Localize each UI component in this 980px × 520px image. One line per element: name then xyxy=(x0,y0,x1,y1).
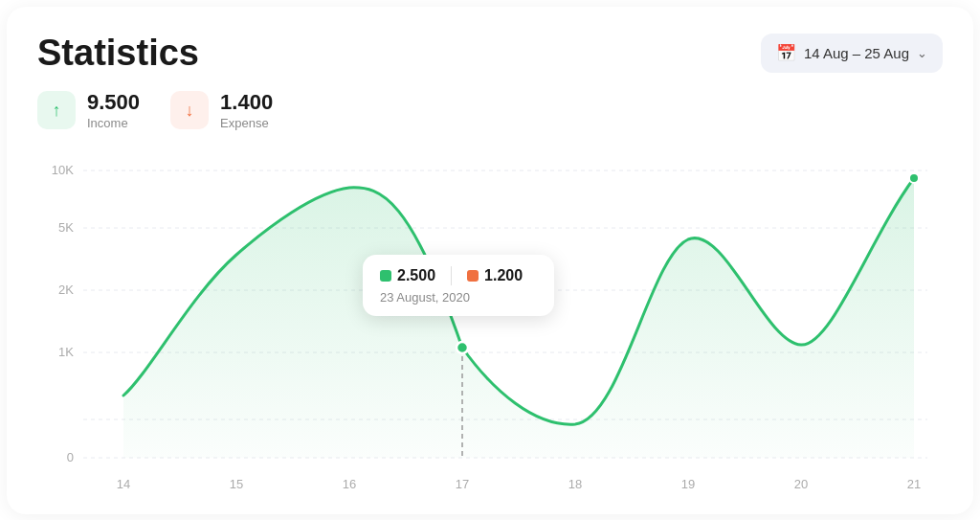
svg-text:20: 20 xyxy=(794,477,808,491)
expense-label: Expense xyxy=(220,116,273,130)
chart-area[interactable]: 10K 5K 2K 1K 0 14 15 16 17 18 19 20 21 xyxy=(37,142,943,496)
svg-point-21 xyxy=(909,173,919,183)
calendar-icon: 📅 xyxy=(776,43,796,63)
income-label: Income xyxy=(87,116,140,130)
svg-text:16: 16 xyxy=(343,477,356,491)
income-icon-wrap: ↑ xyxy=(37,91,76,129)
svg-text:1K: 1K xyxy=(58,345,74,359)
page-title: Statistics xyxy=(37,34,199,74)
expense-icon-wrap: ↓ xyxy=(170,91,209,129)
header-row: Statistics 📅 14 Aug – 25 Aug ⌄ xyxy=(37,34,943,74)
date-range-label: 14 Aug – 25 Aug xyxy=(804,45,909,61)
svg-text:21: 21 xyxy=(907,477,921,491)
svg-text:0: 0 xyxy=(67,450,74,464)
svg-text:2K: 2K xyxy=(58,283,74,297)
stats-row: ↑ 9.500 Income ↓ 1.400 Expense xyxy=(37,90,943,130)
date-range-button[interactable]: 📅 14 Aug – 25 Aug ⌄ xyxy=(761,34,943,73)
income-stat: ↑ 9.500 Income xyxy=(37,90,140,130)
svg-text:15: 15 xyxy=(230,477,243,491)
statistics-card: Statistics 📅 14 Aug – 25 Aug ⌄ ↑ 9.500 I… xyxy=(7,7,973,514)
expense-stat: ↓ 1.400 Expense xyxy=(170,90,273,130)
svg-text:17: 17 xyxy=(456,477,469,491)
expense-value: 1.400 xyxy=(220,90,273,115)
svg-text:5K: 5K xyxy=(58,220,74,235)
expense-arrow-icon: ↓ xyxy=(186,101,194,121)
chevron-down-icon: ⌄ xyxy=(917,46,927,60)
income-value: 9.500 xyxy=(87,90,140,115)
svg-text:14: 14 xyxy=(117,477,130,491)
income-info: 9.500 Income xyxy=(87,90,140,130)
svg-text:10K: 10K xyxy=(52,163,74,177)
svg-point-20 xyxy=(457,342,468,353)
chart-svg: 10K 5K 2K 1K 0 14 15 16 17 18 19 20 21 xyxy=(37,142,943,496)
svg-text:18: 18 xyxy=(568,477,582,491)
income-arrow-icon: ↑ xyxy=(53,101,61,121)
expense-info: 1.400 Expense xyxy=(220,90,273,130)
svg-text:19: 19 xyxy=(681,477,695,491)
